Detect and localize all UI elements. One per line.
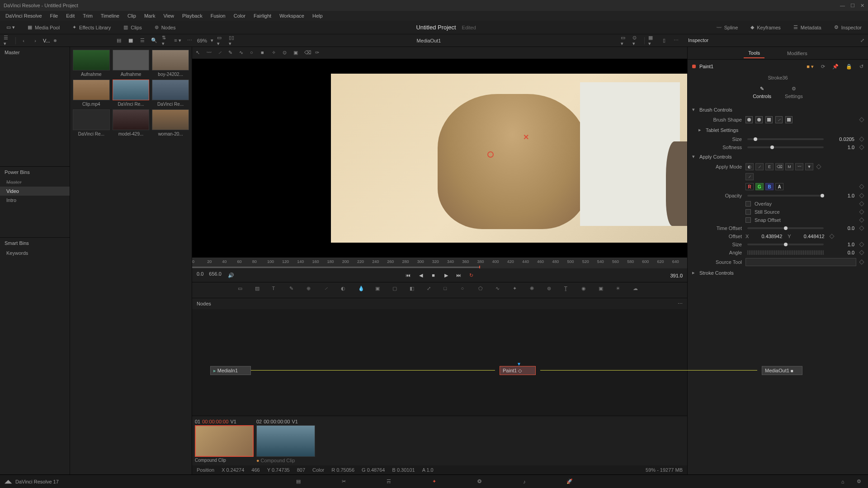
layout-dropdown[interactable]: ▭ ▾ bbox=[4, 23, 18, 32]
bin-path[interactable]: V... bbox=[43, 38, 50, 43]
channel-b[interactable]: B bbox=[765, 183, 774, 190]
zoom-chev-icon[interactable]: ▾ bbox=[211, 38, 213, 43]
menu-workspace[interactable]: Workspace bbox=[276, 12, 308, 19]
keyframe-diamond-icon[interactable] bbox=[829, 234, 834, 239]
bin-power[interactable]: Power Bins bbox=[0, 166, 70, 178]
fx-resize-icon[interactable]: ⤢ bbox=[427, 286, 436, 295]
keyframe-diamond-icon[interactable] bbox=[859, 250, 864, 255]
section-tablet[interactable]: ▸Tablet Settings bbox=[692, 125, 863, 135]
page-edit-icon[interactable]: ☴ bbox=[384, 477, 393, 486]
page-fairlight-icon[interactable]: ♪ bbox=[520, 477, 529, 486]
shape-soft-circle[interactable] bbox=[745, 116, 753, 123]
thumb-item[interactable]: Aufnahme bbox=[113, 50, 150, 77]
tab-tools[interactable]: Tools bbox=[744, 48, 764, 58]
keyframes-button[interactable]: ◆Keyframes bbox=[748, 23, 783, 32]
subtab-controls[interactable]: ✎ Controls bbox=[753, 86, 771, 99]
source-tool-field[interactable] bbox=[745, 258, 856, 266]
checkbox-overlay[interactable] bbox=[745, 201, 751, 206]
metadata-button[interactable]: ☰Metadata bbox=[791, 23, 824, 32]
dial-angle[interactable] bbox=[747, 250, 824, 255]
page-deliver-icon[interactable]: 🚀 bbox=[565, 477, 574, 486]
menu-playback[interactable]: Playback bbox=[179, 12, 206, 19]
quad-icon[interactable]: ▦ ▾ bbox=[648, 37, 656, 45]
brush2-icon[interactable]: ✎ bbox=[228, 50, 235, 56]
zoom-percent[interactable]: 69% bbox=[197, 38, 207, 43]
checkbox-snap[interactable] bbox=[745, 217, 751, 223]
clip-thumb[interactable] bbox=[256, 425, 315, 457]
fx-rect-icon[interactable]: □ bbox=[444, 286, 453, 295]
bin-master2[interactable]: Master bbox=[0, 178, 70, 187]
channel-r[interactable]: R bbox=[745, 183, 754, 190]
page-fusion-icon[interactable]: ✦ bbox=[429, 477, 439, 486]
fx-particles-icon[interactable]: ❋ bbox=[530, 286, 539, 295]
fx-render-icon[interactable]: ☁ bbox=[633, 286, 642, 295]
menu-clip[interactable]: Clip bbox=[124, 12, 140, 19]
bin-master[interactable]: Master bbox=[0, 47, 70, 58]
bin-smart[interactable]: Smart Bins bbox=[0, 237, 70, 249]
menu-file[interactable]: File bbox=[47, 12, 62, 19]
play-icon[interactable]: ▶ bbox=[442, 271, 450, 279]
clone-dest-marker-icon[interactable]: ✕ bbox=[523, 133, 529, 141]
fx-bspline-icon[interactable]: ∿ bbox=[495, 286, 505, 295]
step-back-icon[interactable]: ◀ bbox=[417, 271, 425, 279]
spline-button[interactable]: 〰Spline bbox=[714, 23, 741, 32]
view-list-icon[interactable]: ☰ bbox=[138, 37, 146, 45]
keyframe-diamond-icon[interactable] bbox=[859, 136, 864, 141]
value-offset-x[interactable]: 0.438942 bbox=[752, 234, 784, 239]
fx-shape3d-icon[interactable]: ◉ bbox=[581, 286, 590, 295]
fx-blur-icon[interactable]: 💧 bbox=[358, 286, 367, 295]
inspector-expand-icon[interactable]: ⤢ bbox=[860, 38, 864, 43]
view-meta-icon[interactable]: ▤ bbox=[115, 37, 123, 45]
polyline-icon[interactable]: ⟋ bbox=[217, 50, 224, 56]
minimize-icon[interactable]: — bbox=[840, 3, 845, 9]
thumb-item[interactable]: Clip.mp4 bbox=[73, 80, 110, 107]
clone-icon[interactable]: ⊙ bbox=[283, 50, 289, 56]
thumb-item[interactable]: DaVinci Re... bbox=[73, 109, 110, 136]
keyframe-diamond-icon[interactable] bbox=[859, 259, 864, 264]
menu-help[interactable]: Help bbox=[309, 12, 326, 19]
keyframe-diamond-icon[interactable] bbox=[859, 225, 864, 230]
checkbox-still[interactable] bbox=[745, 209, 751, 215]
project-settings-icon[interactable]: ⚙ bbox=[854, 477, 863, 486]
search-icon[interactable]: 🔍 bbox=[150, 37, 158, 45]
mode-clone[interactable]: ⟋ bbox=[755, 163, 764, 170]
single-icon[interactable]: ▯ bbox=[660, 37, 668, 45]
fx-ellipse-icon[interactable]: ○ bbox=[461, 286, 470, 295]
split-icon[interactable]: ▯▯ ▾ bbox=[229, 37, 237, 45]
thumb-item[interactable]: woman-20... bbox=[152, 109, 189, 136]
thumb-item[interactable]: Aufnahme bbox=[73, 50, 110, 77]
fx-camera-icon[interactable]: ▣ bbox=[599, 286, 608, 295]
clip-slot[interactable]: 0200:00:00:00V1 ● Compound Clip bbox=[256, 419, 315, 463]
fx-fastnoise-icon[interactable]: ▨ bbox=[255, 286, 264, 295]
menu-view[interactable]: View bbox=[160, 12, 178, 19]
fx-wand-icon[interactable]: ✦ bbox=[513, 286, 522, 295]
menu-davinci[interactable]: DaVinci Resolve bbox=[2, 12, 46, 19]
tab-modifiers[interactable]: Modifiers bbox=[783, 49, 812, 58]
bin-video[interactable]: Video bbox=[0, 187, 70, 196]
last-frame-icon[interactable]: ⏭ bbox=[455, 271, 463, 279]
mode-stamp[interactable]: ▼ bbox=[805, 163, 813, 170]
menu-edit[interactable]: Edit bbox=[62, 12, 78, 19]
fx-xf-icon[interactable]: ▢ bbox=[392, 286, 401, 295]
fx-mask-icon[interactable]: ⟋ bbox=[324, 286, 333, 295]
page-color-icon[interactable]: ❂ bbox=[475, 477, 484, 486]
audio-icon[interactable]: 🔊 bbox=[227, 271, 235, 279]
fit-icon[interactable]: ▭ ▾ bbox=[217, 37, 225, 45]
fx-poly-icon[interactable]: ⬠ bbox=[478, 286, 487, 295]
slider-opacity[interactable] bbox=[747, 195, 824, 197]
fx-merge-icon[interactable]: ▣ bbox=[375, 286, 384, 295]
stereo-icon[interactable]: ⊙ ▾ bbox=[632, 37, 641, 45]
thumb-item[interactable]: boy-24202... bbox=[152, 50, 189, 77]
fx-text3d-icon[interactable]: Ṯ bbox=[564, 286, 573, 295]
arrow-icon[interactable]: ↖ bbox=[196, 50, 202, 56]
value-time-offset[interactable]: 0.0 bbox=[829, 225, 856, 231]
effects-library-button[interactable]: ✦Effects Library bbox=[70, 23, 113, 32]
value-angle[interactable]: 0.0 bbox=[829, 250, 856, 255]
mode-smear[interactable]: 〰 bbox=[795, 163, 803, 170]
filter-icon[interactable]: ≡ ▾ bbox=[174, 37, 182, 45]
reset-icon[interactable]: ↺ bbox=[859, 64, 863, 70]
keyframe-diamond-icon[interactable] bbox=[859, 201, 864, 206]
enable-icon[interactable]: ⟳ bbox=[821, 64, 825, 70]
keyframe-diamond-icon[interactable] bbox=[859, 193, 864, 198]
history-fwd[interactable]: › bbox=[31, 37, 39, 45]
